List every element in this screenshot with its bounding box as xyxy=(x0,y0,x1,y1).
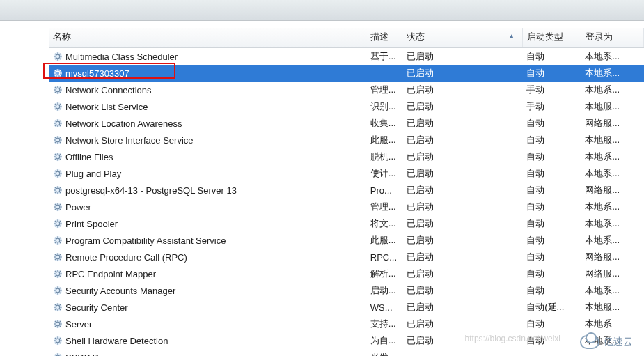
service-logon-cell: 本地系... xyxy=(581,48,643,65)
service-name-label: Network Store Interface Service xyxy=(65,135,194,146)
service-name-cell[interactable]: Offline Files xyxy=(49,148,366,165)
column-header-name[interactable]: 名称 xyxy=(49,28,366,48)
column-header-state[interactable]: 状态 ▲ xyxy=(402,28,522,48)
service-name-cell[interactable]: Server xyxy=(49,316,366,332)
column-header-state-label: 状态 xyxy=(407,31,425,42)
service-desc-cell: 此服... xyxy=(366,132,402,148)
column-header-logon[interactable]: 登录为 xyxy=(581,28,643,48)
service-name-cell[interactable]: Program Compatibility Assistant Service xyxy=(49,232,366,249)
service-gear-icon xyxy=(53,102,63,111)
service-logon-cell: 本地系... xyxy=(581,282,643,299)
service-desc-cell: 使计... xyxy=(366,165,402,182)
service-row[interactable]: Security CenterWS...已启动自动(延...本地服... xyxy=(49,299,644,316)
service-row[interactable]: Offline Files脱机...已启动自动本地系... xyxy=(49,148,644,165)
service-startup-cell: 自动 xyxy=(522,199,581,215)
service-desc-cell: 解析... xyxy=(366,265,402,282)
service-name-cell[interactable]: Shell Hardware Detection xyxy=(49,332,366,349)
service-gear-icon xyxy=(53,152,63,162)
service-name-cell[interactable]: postgresql-x64-13 - PostgreSQL Server 13 xyxy=(49,182,366,199)
service-row[interactable]: Network List Service识别...已启动手动本地服... xyxy=(49,98,644,115)
service-row[interactable]: Network Store Interface Service此服...已启动自… xyxy=(49,132,644,148)
service-row[interactable]: Program Compatibility Assistant Service此… xyxy=(49,232,644,249)
service-logon-cell: 本地系... xyxy=(581,215,643,232)
service-row[interactable]: Power管理...已启动自动本地系... xyxy=(49,199,644,215)
service-state-cell: 已启动 xyxy=(402,65,522,82)
service-name-cell[interactable]: Security Center xyxy=(49,299,366,316)
service-name-cell[interactable]: Network List Service xyxy=(49,98,366,115)
service-row[interactable]: Security Accounts Manager启动...已启动自动本地系..… xyxy=(49,282,644,299)
service-row[interactable]: postgresql-x64-13 - PostgreSQL Server 13… xyxy=(49,182,644,199)
service-state-cell: 已启动 xyxy=(402,182,522,199)
service-startup-cell: 自动 xyxy=(522,132,581,148)
service-row[interactable]: RPC Endpoint Mapper解析...已启动自动网络服... xyxy=(49,265,644,282)
service-name-label: Server xyxy=(65,319,92,330)
service-state-cell: 已启动 xyxy=(402,48,522,65)
service-row[interactable]: Server支持...已启动自动本地系 xyxy=(49,316,644,332)
service-name-cell[interactable]: Security Accounts Manager xyxy=(49,282,366,299)
service-startup-cell: 自动 xyxy=(522,282,581,299)
column-header-desc[interactable]: 描述 xyxy=(366,28,402,48)
service-name-cell[interactable]: Network Connections xyxy=(49,82,366,98)
service-name-cell[interactable]: Network Store Interface Service xyxy=(49,132,366,148)
service-row[interactable]: mysql57303307已启动自动本地系... xyxy=(49,65,644,82)
service-name-cell[interactable]: mysql57303307 xyxy=(49,65,366,82)
service-desc-cell: RPC... xyxy=(366,249,402,265)
service-name-cell[interactable]: SSDP Discovery xyxy=(49,349,366,356)
service-name-cell[interactable]: Print Spooler xyxy=(49,215,366,232)
service-name-cell[interactable]: Plug and Play xyxy=(49,165,366,182)
footer-logo-text: 亿速云 xyxy=(604,336,633,348)
service-logon-cell: 网络服... xyxy=(581,249,643,265)
service-desc-cell: 此服... xyxy=(366,232,402,249)
service-gear-icon xyxy=(53,302,63,312)
service-startup-cell: 自动 xyxy=(522,115,581,132)
service-gear-icon xyxy=(53,118,63,128)
service-state-cell: 已启动 xyxy=(402,98,522,115)
service-name-label: Power xyxy=(65,202,91,212)
service-logon-cell: 网络服... xyxy=(581,265,643,282)
service-gear-icon xyxy=(53,319,63,329)
window-title-bar xyxy=(0,0,644,21)
service-startup-cell: 自动 xyxy=(522,332,581,349)
service-row[interactable]: Shell Hardware Detection为自...已启动自动本地系... xyxy=(49,332,644,349)
service-row[interactable]: Plug and Play使计...已启动自动本地系... xyxy=(49,165,644,182)
service-logon-cell: 本地服... xyxy=(581,299,643,316)
service-state-cell: 已启动 xyxy=(402,249,522,265)
service-state-cell: 已启动 xyxy=(402,316,522,332)
sort-ascending-icon: ▲ xyxy=(508,32,515,40)
service-row[interactable]: SSDP Discovery当发... xyxy=(49,349,644,356)
service-gear-icon xyxy=(53,235,63,245)
service-name-label: RPC Endpoint Mapper xyxy=(65,269,156,279)
service-state-cell: 已启动 xyxy=(402,165,522,182)
service-desc-cell: 将文... xyxy=(366,215,402,232)
service-desc-cell: 支持... xyxy=(366,316,402,332)
service-name-cell[interactable]: Network Location Awareness xyxy=(49,115,366,132)
service-desc-cell: 当发... xyxy=(366,349,402,356)
service-name-label: Remote Procedure Call (RPC) xyxy=(65,252,187,263)
service-row[interactable]: Network Location Awareness收集...已启动自动网络服.… xyxy=(49,115,644,132)
column-header-startup[interactable]: 启动类型 xyxy=(522,28,581,48)
service-startup-cell: 自动 xyxy=(522,148,581,165)
service-startup-cell: 自动 xyxy=(522,316,581,332)
service-row[interactable]: Remote Procedure Call (RPC)RPC...已启动自动网络… xyxy=(49,249,644,265)
service-name-label: Security Center xyxy=(65,302,128,313)
service-name-label: Plug and Play xyxy=(65,169,121,179)
service-name-label: Network List Service xyxy=(65,102,148,112)
service-desc-cell: 管理... xyxy=(366,82,402,98)
service-gear-icon xyxy=(53,68,63,78)
services-list-panel: 名称 描述 状态 ▲ 启动类型 登录为 Mul xyxy=(0,21,644,356)
service-name-cell[interactable]: Multimedia Class Scheduler xyxy=(49,48,366,65)
service-name-cell[interactable]: Power xyxy=(49,199,366,215)
service-state-cell: 已启动 xyxy=(402,115,522,132)
service-desc-cell xyxy=(366,65,402,82)
service-row[interactable]: Multimedia Class Scheduler基于...已启动自动本地系.… xyxy=(49,48,644,65)
service-name-cell[interactable]: RPC Endpoint Mapper xyxy=(49,265,366,282)
service-name-cell[interactable]: Remote Procedure Call (RPC) xyxy=(49,249,366,265)
service-name-label: mysql57303307 xyxy=(65,68,129,79)
service-gear-icon xyxy=(53,185,63,195)
service-startup-cell xyxy=(522,349,581,356)
service-row[interactable]: Network Connections管理...已启动手动本地系... xyxy=(49,82,644,98)
service-gear-icon xyxy=(53,202,63,212)
service-state-cell: 已启动 xyxy=(402,148,522,165)
service-gear-icon xyxy=(53,269,63,279)
service-row[interactable]: Print Spooler将文...已启动自动本地系... xyxy=(49,215,644,232)
